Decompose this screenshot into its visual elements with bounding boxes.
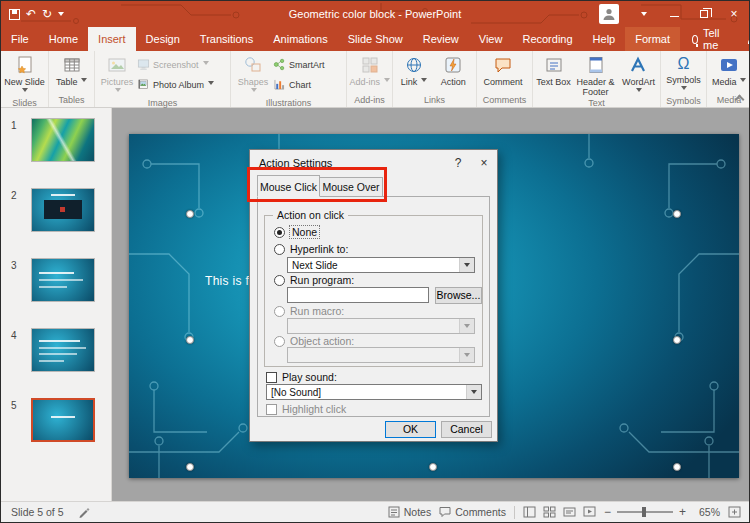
dialog-title-bar[interactable]: Action Settings ? × <box>250 150 497 175</box>
zoom-slider[interactable] <box>617 511 673 513</box>
link-button[interactable]: Link <box>395 53 433 87</box>
radio-run-macro-row[interactable]: Run macro: <box>274 305 344 317</box>
action-button[interactable]: Action <box>433 53 474 87</box>
tab-help[interactable]: Help <box>583 27 626 51</box>
dialog-help-button[interactable]: ? <box>445 150 471 175</box>
fit-to-window-icon[interactable] <box>728 506 741 518</box>
tab-home[interactable]: Home <box>39 27 88 51</box>
tab-view[interactable]: View <box>469 27 513 51</box>
smartart-button[interactable]: SmartArt <box>273 57 325 72</box>
hyperlink-to-combobox[interactable]: Next Slide <box>287 257 475 273</box>
slide-thumbnail-2[interactable]: 2 <box>1 188 112 250</box>
slide-thumbnail-3[interactable]: 3 <box>1 258 112 320</box>
notes-toggle[interactable]: Notes <box>388 506 431 518</box>
slide-thumbnail-4[interactable]: 4 <box>1 328 112 390</box>
comment-button[interactable]: Comment <box>479 53 527 87</box>
media-button[interactable]: Media <box>709 53 749 87</box>
pictures-button[interactable]: Pictures <box>97 53 137 97</box>
user-avatar[interactable] <box>599 4 619 24</box>
photo-album-button[interactable]: Photo Album <box>137 77 214 92</box>
comments-toggle[interactable]: Comments <box>439 506 506 518</box>
tab-animations[interactable]: Animations <box>263 27 337 51</box>
zoom-level[interactable]: 65% <box>694 506 720 518</box>
radio-run-macro[interactable] <box>274 306 285 317</box>
radio-object-action[interactable] <box>274 336 285 347</box>
header-footer-button[interactable]: Header & Footer <box>572 53 619 97</box>
selection-handle-top-left[interactable] <box>186 210 194 218</box>
zoom-in-icon[interactable]: + <box>679 505 686 519</box>
tab-transitions[interactable]: Transitions <box>190 27 263 51</box>
group-label-slides: Slides <box>1 97 48 109</box>
share-button[interactable]: Share <box>735 33 750 45</box>
selection-handle-middle-right[interactable] <box>673 336 681 344</box>
play-sound-row[interactable]: Play sound: <box>266 371 337 383</box>
minimize-button[interactable] <box>659 1 689 27</box>
slide-indicator: Slide 5 of 5 <box>11 506 64 518</box>
selection-handle-bottom-left[interactable] <box>186 463 194 471</box>
radio-hyperlink-row[interactable]: Hyperlink to: <box>274 243 348 255</box>
zoom-slider-thumb[interactable] <box>642 507 646 517</box>
radio-none[interactable] <box>274 227 285 238</box>
screenshot-button[interactable]: Screenshot <box>137 57 214 72</box>
slide-thumbnail-5[interactable]: 5 <box>1 398 112 460</box>
tab-slide-show[interactable]: Slide Show <box>338 27 413 51</box>
add-ins-button[interactable]: Add-ins <box>349 53 390 87</box>
tab-mouse-over[interactable]: Mouse Over <box>320 177 383 197</box>
slide-number: 4 <box>11 330 17 341</box>
run-program-input[interactable] <box>287 287 429 303</box>
normal-view-icon[interactable] <box>523 506 536 518</box>
new-slide-button[interactable]: New Slide <box>3 53 46 97</box>
redo-icon[interactable]: ↻ <box>42 8 52 20</box>
ribbon-display-options-icon[interactable] <box>629 1 659 27</box>
combobox-arrow-icon[interactable] <box>466 385 481 399</box>
restore-button[interactable] <box>689 1 719 27</box>
chart-button[interactable]: Chart <box>273 77 325 92</box>
dialog-close-button[interactable]: × <box>471 150 497 175</box>
ink-icon[interactable] <box>78 506 90 518</box>
play-sound-combobox[interactable]: [No Sound] <box>266 384 482 400</box>
selection-handle-bottom-middle[interactable] <box>429 463 437 471</box>
selection-handle-middle-left[interactable] <box>186 336 194 344</box>
combobox-arrow-icon[interactable] <box>459 258 474 272</box>
close-button[interactable]: × <box>719 1 749 27</box>
symbols-button[interactable]: Ω Symbols <box>663 53 704 95</box>
cancel-button[interactable]: Cancel <box>441 421 492 438</box>
radio-hyperlink[interactable] <box>274 244 285 255</box>
reading-view-icon[interactable] <box>563 506 576 518</box>
radio-run-program-row[interactable]: Run program: <box>274 274 354 286</box>
tab-file[interactable]: File <box>1 27 39 51</box>
highlight-click-checkbox[interactable] <box>266 404 277 415</box>
selection-handle-top-right[interactable] <box>673 210 681 218</box>
slide-thumbnail-1[interactable]: 1 <box>1 118 112 180</box>
text-box-icon <box>544 55 564 75</box>
comments-icon <box>439 506 451 518</box>
undo-icon[interactable]: ↶ <box>26 8 36 20</box>
tab-design[interactable]: Design <box>136 27 190 51</box>
save-icon[interactable] <box>9 9 20 20</box>
selection-handle-bottom-right[interactable] <box>673 463 681 471</box>
tab-mouse-click[interactable]: Mouse Click <box>257 175 320 197</box>
object-action-combobox[interactable] <box>287 347 475 363</box>
ok-button[interactable]: OK <box>385 421 436 438</box>
run-macro-combobox[interactable] <box>287 318 475 334</box>
play-sound-checkbox[interactable] <box>266 372 277 383</box>
slide-sorter-view-icon[interactable] <box>543 506 556 518</box>
radio-run-program[interactable] <box>274 275 285 286</box>
highlight-click-row[interactable]: Highlight click <box>266 403 346 415</box>
radio-none-row[interactable]: None <box>274 226 319 238</box>
zoom-out-icon[interactable]: − <box>604 505 611 519</box>
tab-insert[interactable]: Insert <box>88 27 136 51</box>
tell-me-button[interactable]: Tell me <box>680 27 735 51</box>
tab-format[interactable]: Format <box>625 27 680 51</box>
screenshot-icon <box>137 58 150 71</box>
radio-object-action-row[interactable]: Object action: <box>274 335 354 347</box>
table-button[interactable]: Table <box>51 53 92 87</box>
text-box-button[interactable]: Text Box <box>535 53 572 87</box>
slideshow-view-icon[interactable] <box>583 506 596 518</box>
wordart-button[interactable]: WordArt <box>619 53 658 97</box>
tab-recording[interactable]: Recording <box>512 27 582 51</box>
shapes-button[interactable]: Shapes <box>233 53 273 97</box>
browse-button[interactable]: Browse... <box>435 287 482 304</box>
customize-toolbar-icon[interactable] <box>58 12 64 19</box>
tab-review[interactable]: Review <box>413 27 469 51</box>
